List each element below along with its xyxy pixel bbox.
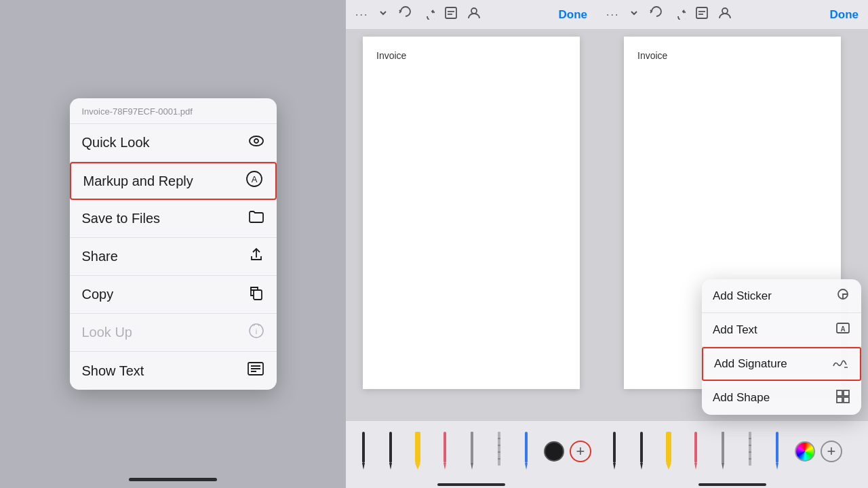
middle-toolbar: ··· — [346, 0, 597, 30]
chevron-down-icon-right[interactable] — [629, 7, 639, 22]
svg-marker-22 — [443, 463, 446, 470]
shape-icon — [835, 389, 850, 407]
svg-rect-40 — [844, 390, 849, 396]
popup-add-sticker[interactable]: Add Sticker — [702, 279, 861, 313]
svg-marker-49 — [694, 463, 697, 470]
chevron-down-icon-middle[interactable] — [378, 7, 389, 22]
toolbar-right-middle: Done — [559, 8, 588, 22]
svg-marker-45 — [640, 463, 643, 470]
right-highlighter-yellow[interactable] — [656, 432, 681, 471]
svg-point-14 — [471, 8, 477, 14]
look-up-icon: i — [248, 323, 264, 343]
svg-rect-52 — [749, 432, 751, 466]
signature-icon — [831, 355, 849, 373]
share-label: Share — [82, 249, 118, 264]
copy-icon — [248, 285, 264, 305]
right-drawing-toolbar: + — [597, 420, 868, 481]
svg-marker-24 — [471, 463, 473, 470]
done-button-right[interactable]: Done — [830, 8, 859, 22]
svg-rect-41 — [837, 397, 842, 403]
pen-tool-1[interactable] — [351, 432, 376, 471]
add-shape-label: Add Shape — [713, 391, 770, 405]
add-text-icon: A — [835, 321, 850, 339]
svg-rect-50 — [722, 432, 724, 463]
right-add-tool-button[interactable]: + — [818, 441, 842, 462]
svg-rect-30 — [525, 432, 528, 463]
right-ruler[interactable] — [738, 432, 762, 471]
markup-icon-middle[interactable] — [444, 6, 458, 23]
right-panel: ··· — [597, 0, 868, 488]
popup-add-shape[interactable]: Add Shape — [702, 381, 861, 415]
right-pen-pink[interactable] — [684, 432, 708, 471]
person-icon-middle[interactable] — [467, 6, 481, 23]
ruler-tool[interactable] — [487, 432, 511, 471]
redo-icon-middle[interactable] — [421, 6, 435, 23]
svg-marker-16 — [362, 463, 365, 470]
right-blue-pen[interactable] — [765, 432, 789, 471]
svg-rect-44 — [640, 432, 643, 463]
person-icon-right[interactable] — [718, 6, 732, 23]
svg-point-35 — [722, 8, 728, 14]
undo-icon-middle[interactable] — [398, 6, 412, 23]
markup-icon-right[interactable] — [695, 6, 709, 23]
menu-item-save-files[interactable]: Save to Files — [70, 200, 277, 238]
svg-marker-31 — [525, 463, 528, 470]
toolbar-dots-right[interactable]: ··· — [606, 9, 619, 21]
svg-rect-46 — [666, 432, 671, 463]
popup-add-text[interactable]: Add Text A — [702, 313, 861, 347]
menu-item-quick-look[interactable]: Quick Look — [70, 124, 277, 162]
home-indicator-middle — [437, 483, 505, 486]
redo-icon-right[interactable] — [672, 6, 686, 23]
svg-text:A: A — [251, 174, 257, 184]
svg-marker-43 — [613, 463, 616, 470]
pencil-tool[interactable] — [460, 432, 484, 471]
blue-pen-tool[interactable] — [514, 432, 538, 471]
undo-icon-right[interactable] — [649, 6, 663, 23]
right-color-picker[interactable] — [795, 441, 815, 462]
svg-rect-23 — [471, 432, 473, 463]
svg-rect-4 — [254, 290, 262, 300]
save-files-label: Save to Files — [82, 211, 161, 226]
toolbar-dots-middle[interactable]: ··· — [355, 9, 368, 21]
svg-point-0 — [250, 136, 263, 146]
svg-rect-11 — [446, 7, 456, 18]
show-text-icon — [247, 361, 264, 381]
add-sticker-label: Add Sticker — [713, 289, 772, 303]
right-pencil[interactable] — [711, 432, 735, 471]
add-text-label: Add Text — [713, 323, 757, 337]
menu-title: Invoice-78F97ECF-0001.pdf — [70, 98, 277, 124]
right-pen-tool-2[interactable] — [629, 432, 654, 471]
svg-marker-18 — [389, 463, 392, 470]
quick-look-icon — [248, 133, 264, 153]
highlighter-yellow[interactable] — [406, 432, 430, 471]
menu-item-share[interactable]: Share — [70, 238, 277, 276]
svg-text:A: A — [840, 325, 845, 333]
right-toolbar: ··· — [597, 0, 868, 30]
menu-item-markup-reply[interactable]: Markup and Reply A — [70, 162, 277, 200]
left-panel: Invoice-78F97ECF-0001.pdf Quick Look Mar… — [0, 0, 346, 488]
menu-item-show-text[interactable]: Show Text — [70, 352, 277, 390]
svg-text:i: i — [255, 327, 256, 336]
color-picker-circle[interactable] — [544, 441, 564, 462]
pen-tool-pink[interactable] — [433, 432, 457, 471]
svg-rect-17 — [389, 432, 392, 463]
add-tool-button[interactable]: + — [567, 441, 591, 462]
svg-rect-19 — [415, 432, 420, 463]
svg-rect-39 — [844, 397, 849, 403]
svg-rect-21 — [443, 432, 446, 463]
share-icon — [248, 247, 264, 267]
save-files-icon — [248, 209, 264, 229]
svg-point-1 — [254, 139, 258, 143]
right-pen-tool-1[interactable] — [602, 432, 627, 471]
menu-item-copy[interactable]: Copy — [70, 276, 277, 314]
svg-marker-47 — [666, 463, 671, 470]
svg-rect-57 — [776, 432, 778, 463]
home-indicator — [129, 478, 217, 481]
pen-tool-2[interactable] — [378, 432, 403, 471]
middle-panel: ··· — [346, 0, 597, 488]
popup-add-signature[interactable]: Add Signature — [702, 347, 861, 381]
done-button-middle[interactable]: Done — [559, 8, 588, 22]
svg-marker-58 — [776, 463, 778, 470]
show-text-label: Show Text — [82, 363, 144, 379]
svg-rect-48 — [694, 432, 697, 463]
